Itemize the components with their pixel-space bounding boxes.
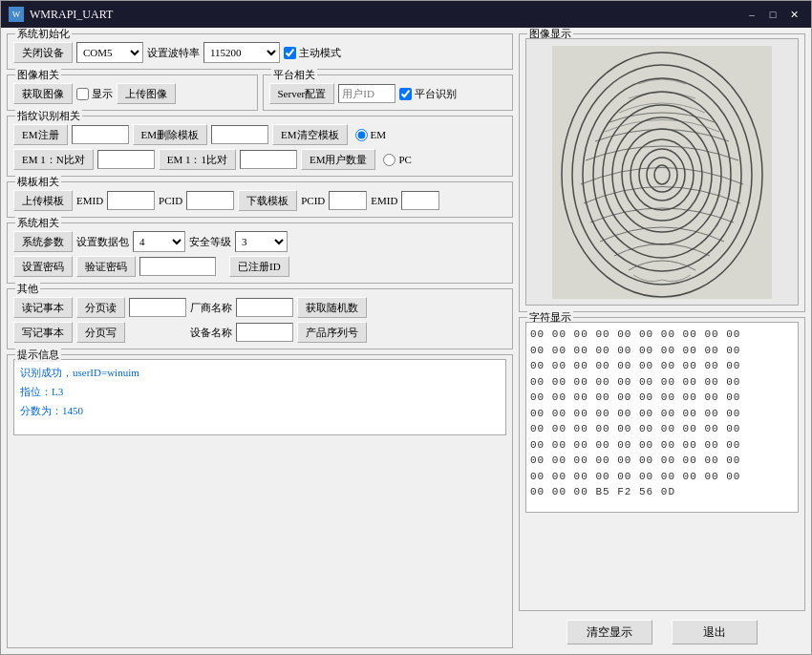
sys-params-button[interactable]: 系统参数: [13, 231, 73, 252]
set-data-packet-label: 设置数据包: [76, 235, 129, 249]
emid-label1: EMID: [76, 195, 103, 206]
pc-radio-label[interactable]: PC: [383, 154, 411, 166]
platform-identify-label[interactable]: 平台识别: [399, 87, 457, 101]
char-line-2: 00 00 00 00 00 00 00 00 00 00: [530, 358, 794, 374]
other-title: 其他: [15, 282, 40, 296]
server-config-button[interactable]: Server配置: [269, 83, 335, 104]
verify-password-button[interactable]: 验证密码: [76, 256, 136, 277]
hint-group: 提示信息 识别成功，userID=winuim 指位：L3 分数为：1450: [7, 354, 513, 648]
app-icon: W: [9, 7, 24, 22]
other-row1: 读记事本 分页读 厂商名称 获取随机数: [13, 297, 506, 318]
pc-radio[interactable]: [383, 154, 395, 166]
show-checkbox-label[interactable]: 显示: [76, 87, 113, 101]
image-row: 获取图像 显示 上传图像: [13, 83, 251, 104]
other-row2: 写记事本 分页写 设备名称 产品序列号: [13, 322, 506, 343]
hint-line-1: 识别成功，userID=winuim: [20, 364, 500, 383]
system-init-title: 系统初始化: [15, 28, 72, 41]
show-checkbox[interactable]: [76, 88, 89, 100]
registered-id-button[interactable]: 已注册ID: [229, 256, 289, 277]
pcid-input2[interactable]: [329, 191, 367, 210]
emid-input1[interactable]: [107, 191, 155, 210]
emid-input2[interactable]: [401, 191, 439, 210]
system-related-row1: 系统参数 设置数据包 4 1 2 3 安全等级 3 1 2 4 5: [13, 231, 506, 252]
em-clear-button[interactable]: EM清空模板: [272, 124, 348, 145]
template-group: 模板相关 上传模板 EMID PCID 下载模板 PCID EMID: [7, 181, 513, 218]
image-display-group: 图像显示: [519, 33, 805, 312]
em-register-button[interactable]: EM注册: [13, 124, 68, 145]
get-random-button[interactable]: 获取随机数: [297, 297, 367, 318]
main-window: W WMRAPI_UART – □ ✕ 系统初始化 关闭设备 COM5 设置波特…: [0, 0, 812, 655]
platform-identify-checkbox[interactable]: [399, 88, 412, 100]
close-button[interactable]: ✕: [784, 6, 803, 23]
fingerprint-image: [525, 38, 799, 306]
hint-title: 提示信息: [15, 348, 61, 362]
upload-image-button[interactable]: 上传图像: [117, 83, 176, 104]
fingerprint-svg: [552, 46, 772, 299]
em-radio[interactable]: [355, 129, 368, 141]
template-title: 模板相关: [15, 175, 61, 189]
em-1n-input[interactable]: [97, 150, 155, 169]
title-text: WMRAPI_UART: [30, 8, 742, 22]
packet-select[interactable]: 4 1 2 3: [133, 231, 185, 252]
char-line-6: 00 00 00 00 00 00 00 00 00 00: [530, 421, 794, 437]
em-11-button[interactable]: EM 1：1比对: [159, 149, 236, 170]
em-user-count-button[interactable]: EM用户数量: [301, 149, 376, 170]
upload-template-button[interactable]: 上传模板: [13, 190, 73, 211]
main-content: 系统初始化 关闭设备 COM5 设置波特率 115200 主动模式: [1, 28, 811, 654]
exit-button[interactable]: 退出: [672, 620, 758, 644]
security-level-label: 安全等级: [189, 235, 231, 249]
vendor-input[interactable]: [236, 298, 293, 317]
pcid-label2: PCID: [301, 195, 325, 206]
em-delete-button[interactable]: EM删除模板: [133, 124, 208, 145]
char-line-5: 00 00 00 00 00 00 00 00 00 00: [530, 406, 794, 422]
char-display-group: 字符显示 00 00 00 00 00 00 00 00 00 00 00 00…: [519, 317, 805, 611]
page-read-button[interactable]: 分页读: [76, 297, 125, 318]
emid-label2: EMID: [371, 195, 397, 206]
read-notepad-button[interactable]: 读记事本: [13, 297, 73, 318]
platform-identify-text: 平台识别: [415, 87, 457, 101]
clear-display-button[interactable]: 清空显示: [566, 620, 652, 644]
vendor-name-label: 厂商名称: [190, 301, 232, 315]
em-radio-label[interactable]: EM: [355, 129, 387, 141]
baud-select[interactable]: 115200: [203, 42, 280, 63]
set-password-button[interactable]: 设置密码: [13, 256, 73, 277]
char-line-9: 00 00 00 00 00 00 00 00 00 00: [530, 469, 794, 485]
minimize-button[interactable]: –: [742, 6, 761, 23]
page-read-input[interactable]: [129, 298, 186, 317]
em-1n-button[interactable]: EM 1：N比对: [13, 149, 94, 170]
maximize-button[interactable]: □: [763, 6, 782, 23]
fingerprint-title: 指纹识别相关: [15, 109, 82, 123]
em-register-input[interactable]: [72, 125, 129, 144]
template-row: 上传模板 EMID PCID 下载模板 PCID EMID: [13, 190, 506, 211]
image-group: 图像相关 获取图像 显示 上传图像: [7, 74, 258, 111]
em-radio-container: EM: [355, 129, 387, 141]
password-input[interactable]: [139, 257, 216, 276]
char-line-10: 00 00 00 B5 F2 56 0D: [530, 484, 794, 500]
write-notepad-button[interactable]: 写记事本: [13, 322, 73, 343]
active-mode-checkbox-label[interactable]: 主动模式: [284, 46, 341, 60]
com-select[interactable]: COM5: [76, 42, 143, 63]
pcid-input1[interactable]: [186, 191, 234, 210]
fingerprint-row2: EM 1：N比对 EM 1：1比对 EM用户数量 PC: [13, 149, 506, 170]
right-panel: 图像显示: [519, 33, 805, 648]
title-bar: W WMRAPI_UART – □ ✕: [1, 1, 811, 28]
char-display-content[interactable]: 00 00 00 00 00 00 00 00 00 00 00 00 00 0…: [525, 322, 799, 513]
get-image-button[interactable]: 获取图像: [13, 83, 73, 104]
page-write-button[interactable]: 分页写: [76, 322, 125, 343]
platform-row: Server配置 平台识别: [269, 83, 507, 104]
device-input[interactable]: [236, 323, 293, 342]
system-related-group: 系统相关 系统参数 设置数据包 4 1 2 3 安全等级 3 1 2: [7, 222, 513, 284]
hint-line-3: 分数为：1450: [20, 402, 500, 421]
active-mode-text: 主动模式: [299, 46, 341, 60]
set-baud-label: 设置波特率: [147, 46, 200, 60]
security-level-select[interactable]: 3 1 2 4 5: [235, 231, 288, 252]
product-serial-button[interactable]: 产品序列号: [297, 322, 367, 343]
em-delete-input[interactable]: [211, 125, 268, 144]
user-id-input[interactable]: [338, 84, 395, 103]
em-11-input[interactable]: [240, 150, 297, 169]
download-template-button[interactable]: 下载模板: [238, 190, 297, 211]
close-device-button[interactable]: 关闭设备: [13, 42, 73, 63]
active-mode-checkbox[interactable]: [284, 47, 296, 59]
platform-title: 平台相关: [271, 68, 317, 82]
char-line-7: 00 00 00 00 00 00 00 00 00 00: [530, 437, 794, 454]
